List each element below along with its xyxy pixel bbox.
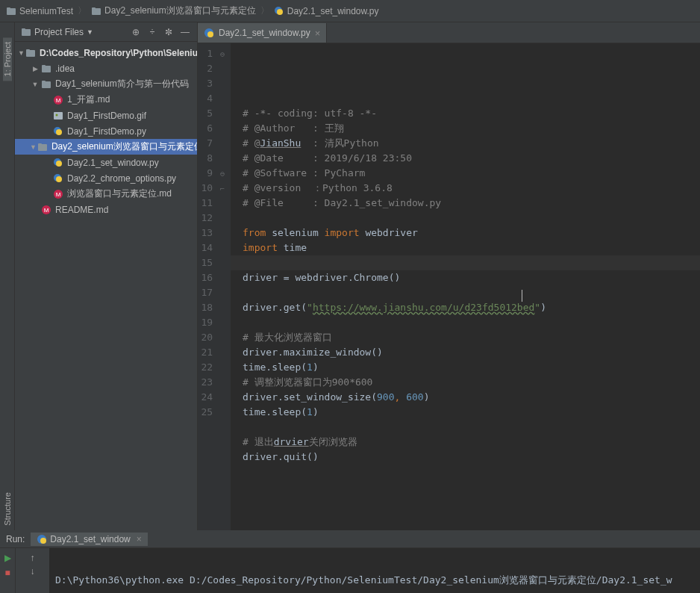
code-line[interactable]: # @Author : 王翔 — [243, 121, 700, 136]
up-icon[interactable]: ↑ — [31, 553, 35, 563]
line-number[interactable]: 11 — [198, 196, 225, 211]
line-number[interactable]: 22 — [198, 360, 225, 375]
code-line[interactable]: # 最大化浏览器窗口 — [243, 330, 700, 345]
code-line[interactable] — [243, 211, 700, 226]
tree-item[interactable]: ▼D:\Codes_Repository\Python\Selenium — [15, 45, 197, 60]
editor-tab[interactable]: Day2.1_set_window.py × — [198, 23, 327, 43]
svg-rect-13 — [42, 81, 46, 83]
tree-arrow-icon[interactable]: ▼ — [30, 81, 40, 88]
py-icon — [52, 157, 64, 169]
tree-item[interactable]: ▶.idea — [15, 60, 197, 76]
project-tree[interactable]: ▼D:\Codes_Repository\Python\Selenium▶.id… — [15, 42, 197, 530]
line-number[interactable]: 24 — [198, 390, 225, 405]
code-line[interactable] — [243, 285, 700, 300]
project-view-selector[interactable]: Project Files ▼ — [21, 27, 125, 37]
code-line[interactable] — [243, 465, 700, 479]
line-number[interactable]: 12 — [198, 211, 225, 226]
line-number[interactable]: 14 — [198, 240, 225, 255]
output-line: D:\Python36\python.exe D:/Codes_Reposito… — [55, 574, 694, 587]
code-line[interactable]: # @File : Day2.1_set_window.py — [243, 196, 700, 211]
tree-item-label: README.md — [55, 205, 108, 215]
run-controls-left: ▶ ■ — [0, 548, 15, 593]
close-icon[interactable]: × — [137, 534, 142, 544]
code-content[interactable]: # -*- coding: utf-8 -*-# @Author : 王翔# @… — [231, 43, 700, 530]
tree-item[interactable]: Day1_FirstDemo.gif — [15, 108, 197, 123]
line-number[interactable]: 6 — [198, 121, 225, 136]
code-line[interactable]: driver.maximize_window() — [243, 345, 700, 360]
line-number[interactable]: 17 — [198, 285, 225, 300]
line-number[interactable]: 2 — [198, 61, 225, 76]
tree-arrow-icon[interactable]: ▶ — [30, 65, 40, 72]
python-file-icon — [204, 28, 214, 38]
line-number[interactable]: 5 — [198, 106, 225, 121]
tree-item[interactable]: MREADME.md — [15, 202, 197, 217]
code-line[interactable]: driver.get("https://www.jianshu.com/u/d2… — [243, 300, 700, 315]
tree-item[interactable]: Day1_FirstDemo.py — [15, 123, 197, 139]
line-number[interactable]: 21 — [198, 345, 225, 360]
code-line[interactable]: import time — [243, 240, 700, 255]
gear-icon[interactable]: ✼ — [163, 26, 175, 38]
run-config-tab[interactable]: Day2.1_set_window × — [31, 533, 147, 546]
tree-item[interactable]: ▼Day1_selenium简介与第一份代码 — [15, 76, 197, 92]
tree-item[interactable]: Day2.1_set_window.py — [15, 155, 197, 170]
tree-arrow-icon[interactable]: ▼ — [18, 49, 25, 57]
breadcrumb-item[interactable]: Day2.1_set_window.py — [274, 6, 379, 16]
line-number[interactable]: 25 — [198, 405, 225, 420]
code-editor[interactable]: 1 ⊖2 3 4 5 6 7 8 9 ⊖10 ⌐11 12 13 14 15 1… — [198, 43, 700, 530]
code-line[interactable]: # -*- coding: utf-8 -*- — [243, 106, 700, 121]
svg-point-23 — [56, 161, 62, 167]
collapse-all-icon[interactable]: ÷ — [146, 26, 158, 38]
tree-item[interactable]: M1_开篇.md — [15, 92, 197, 108]
code-line[interactable]: # @version ：Python 3.6.8 — [243, 181, 700, 196]
code-line[interactable]: # 退出drvier关闭浏览器 — [243, 435, 700, 450]
hide-icon[interactable]: — — [179, 26, 191, 38]
line-number[interactable]: 20 — [198, 330, 225, 345]
folder-icon — [25, 47, 37, 59]
line-number[interactable]: 18 — [198, 300, 225, 315]
line-number[interactable]: 9 ⊖ — [198, 166, 225, 181]
stop-icon[interactable]: ■ — [4, 568, 10, 578]
line-number[interactable]: 23 — [198, 375, 225, 390]
code-line[interactable]: # @JianShu : 清风Python — [243, 136, 700, 151]
code-line[interactable]: # @Software : PyCharm — [243, 166, 700, 181]
code-line[interactable] — [243, 315, 700, 330]
tree-arrow-icon[interactable]: ▼ — [30, 143, 37, 151]
run-output[interactable]: D:\Python36\python.exe D:/Codes_Reposito… — [49, 548, 700, 593]
svg-rect-11 — [42, 65, 46, 67]
tree-item[interactable]: Day2.2_chrome_options.py — [15, 170, 197, 186]
breadcrumb-item[interactable]: SeleniumTest — [6, 6, 73, 16]
breadcrumb-item[interactable]: Day2_selenium浏览器窗口与元素定位 — [91, 4, 256, 17]
tool-tab-structure[interactable]: Structure — [3, 488, 12, 530]
code-line[interactable]: # 调整浏览器窗口为900*600 — [243, 375, 700, 390]
py-icon — [274, 6, 284, 16]
rerun-icon[interactable]: ▶ — [4, 553, 11, 563]
code-line[interactable] — [243, 420, 700, 435]
line-number[interactable]: 19 — [198, 315, 225, 330]
line-number[interactable]: 7 — [198, 136, 225, 151]
tool-tab-project[interactable]: 1: Project — [3, 37, 12, 81]
code-line[interactable]: driver.quit() — [243, 450, 700, 465]
tree-item[interactable]: M浏览器窗口与元素定位.md — [15, 186, 197, 202]
tree-item[interactable]: ▼Day2_selenium浏览器窗口与元素定位 — [15, 139, 197, 155]
svg-point-5 — [277, 9, 283, 15]
md-icon: M — [40, 204, 52, 216]
code-line[interactable]: # @Date : 2019/6/18 23:50 — [243, 151, 700, 166]
code-line[interactable]: time.sleep(1) — [243, 360, 700, 375]
code-line[interactable]: driver = webdriver.Chrome() — [243, 270, 700, 285]
scroll-from-source-icon[interactable]: ⊕ — [130, 26, 142, 38]
line-number[interactable]: 3 — [198, 76, 225, 91]
code-line[interactable]: driver.set_window_size(900, 600) — [243, 390, 700, 405]
down-icon[interactable]: ↓ — [31, 566, 35, 577]
line-number[interactable]: 10 ⌐ — [198, 181, 225, 196]
line-number[interactable]: 13 — [198, 226, 225, 240]
close-icon[interactable]: × — [315, 28, 321, 39]
line-number[interactable]: 8 — [198, 151, 225, 166]
code-line[interactable]: from selenium import webdriver — [243, 226, 700, 240]
line-number[interactable]: 15 — [198, 255, 225, 270]
code-line[interactable]: time.sleep(1) — [243, 405, 700, 420]
line-number[interactable]: 16 — [198, 270, 225, 285]
line-number[interactable]: 1 ⊖ — [198, 46, 225, 61]
breadcrumb: SeleniumTest〉Day2_selenium浏览器窗口与元素定位〉Day… — [0, 0, 700, 22]
svg-rect-16 — [54, 112, 63, 119]
line-number[interactable]: 4 — [198, 91, 225, 106]
